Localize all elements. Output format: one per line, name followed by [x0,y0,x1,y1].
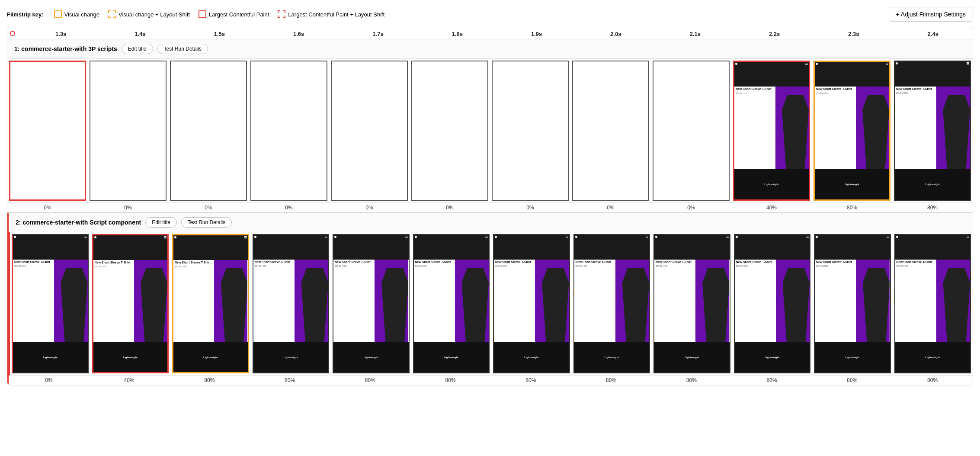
test-section-2: 2: commerce-starter-with Script componen… [7,213,973,385]
key-text-lcp: Largest Contentful Paint [209,11,269,18]
filmstrip-header: Filmstrip key: Visual change Visual chan… [7,7,973,22]
timeline-row: 1.3s1.4s1.5s1.6s1.7s1.8s1.9s2.0s2.1s2.2s… [7,27,973,39]
percent-cell: 0% [249,203,329,212]
test1-title: 1: commerce-starter-with 3P scripts [14,45,117,52]
percent-cell: 0% [88,203,168,212]
frame-cell: New Short Sleeve T-Shirt$25.99 USDLightw… [892,59,973,202]
frame-cell: New Short Sleeve T-Shirt$25.99 USDLightw… [411,232,492,376]
percent-cell: 0% [7,203,88,212]
filmstrip-key: Filmstrip key: Visual change Visual chan… [7,10,384,18]
frame-cell: New Short Sleeve T-Shirt$25.99 USDLightw… [731,59,812,202]
percent-cell: 0% [570,203,651,212]
percent-cell: 80% [571,376,651,385]
frame-cell [570,59,651,202]
percent-cell: 80% [170,376,250,385]
frame-cell: New Short Sleeve T-Shirt$25.99 USDLightw… [170,232,251,376]
frame-cell [7,59,88,202]
percent-cell: 80% [732,376,812,385]
percent-cell: 80% [651,376,732,385]
frame-cell [651,59,731,202]
frame-cell: New Short Sleeve T-Shirt$25.99 USDLightw… [251,232,331,376]
test-section-1: 1: commerce-starter-with 3P scripts Edit… [7,39,973,212]
key-box-red-dashed [278,10,285,18]
percent-cell: 0% [168,203,249,212]
adjust-filmstrip-button[interactable]: + Adjust Filmstrip Settings [889,7,973,22]
timeline-tick: 2.3s [814,31,893,37]
percent-cell: 80% [892,203,973,212]
test2-header: 2: commerce-starter-with Script componen… [9,213,973,232]
timeline-tick: 1.5s [180,31,259,37]
frame-cell: New Short Sleeve T-Shirt$25.99 USDLightw… [812,232,893,376]
percent-cell: 80% [491,376,571,385]
test1-frames-row: New Short Sleeve T-Shirt$25.99 USDLightw… [7,59,973,203]
percent-cell: 0% [410,203,490,212]
frame-cell [249,59,329,202]
key-item-lcp: Largest Contentful Paint [199,10,269,18]
key-text-visual-change-layout-shift: Visual change + Layout Shift [118,11,190,18]
percent-cell: 0% [490,203,570,212]
percent-cell: 80% [812,376,893,385]
frame-cell [410,59,490,202]
percent-cell: 40% [731,203,812,212]
timeline-tick: 1.6s [259,31,338,37]
frame-cell [88,59,168,202]
timeline-tick: 1.4s [100,31,179,37]
timeline-tick: 1.8s [418,31,497,37]
frame-cell: New Short Sleeve T-Shirt$25.99 USDLightw… [652,232,732,376]
percent-cell: 80% [250,376,330,385]
key-box-yellow-solid [54,10,62,18]
key-box-red-solid [199,10,206,18]
frame-cell: New Short Sleeve T-Shirt$25.99 USDLightw… [812,59,892,202]
timeline-tick: 2.1s [656,31,735,37]
frame-cell: New Short Sleeve T-Shirt$25.99 USDLightw… [491,232,572,376]
frame-cell [490,59,570,202]
frame-cell: New Short Sleeve T-Shirt$25.99 USDLightw… [893,232,973,376]
percent-cell: 80% [330,376,410,385]
percent-cell: 0% [9,376,89,385]
frame-cell: New Short Sleeve T-Shirt$25.99 USDLightw… [732,232,813,376]
percent-cell: 80% [812,203,892,212]
frame-cell: New Short Sleeve T-Shirt$25.99 USDLightw… [90,232,171,376]
timeline-ticks: 1.3s1.4s1.5s1.6s1.7s1.8s1.9s2.0s2.1s2.2s… [21,31,973,37]
frame-cell [329,59,410,202]
percent-cell: 80% [410,376,491,385]
key-text-lcp-layout-shift: Largest Contentful Paint + Layout Shift [288,11,384,18]
percent-cell: 40% [89,376,170,385]
key-item-lcp-layout-shift: Largest Contentful Paint + Layout Shift [278,10,384,18]
timeline-dot [10,31,15,36]
timeline-tick: 1.7s [338,31,417,37]
test2-title: 2: commerce-starter-with Script componen… [16,219,141,226]
timeline-tick: 1.3s [21,31,100,37]
test2-frames-row: New Short Sleeve T-Shirt$25.99 USDLightw… [9,232,973,376]
timeline-tick: 1.9s [497,31,576,37]
timeline-tick: 2.0s [576,31,655,37]
percent-cell: 0% [651,203,731,212]
key-item-visual-change: Visual change [54,10,99,18]
timeline-tick: 2.2s [735,31,814,37]
key-item-visual-change-layout-shift: Visual change + Layout Shift [108,10,190,18]
test1-edit-title-button[interactable]: Edit title [122,44,153,54]
test2-percents-row: 0%40%80%80%80%80%80%80%80%80%80%80% [9,376,973,385]
test2-test-run-button[interactable]: Test Run Details [181,217,232,228]
timeline-tick: 2.4s [894,31,973,37]
percent-cell: 0% [329,203,410,212]
test2-edit-title-button[interactable]: Edit title [145,217,177,228]
filmstrip-container: 1.3s1.4s1.5s1.6s1.7s1.8s1.9s2.0s2.1s2.2s… [7,27,973,385]
test1-header: 1: commerce-starter-with 3P scripts Edit… [7,39,973,59]
key-box-yellow-dashed [108,10,116,18]
frame-cell: New Short Sleeve T-Shirt$25.99 USDLightw… [331,232,411,376]
key-text-visual-change: Visual change [64,11,99,18]
key-label: Filmstrip key: [7,11,44,18]
test1-percents-row: 0%0%0%0%0%0%0%0%0%40%80%80% [7,203,973,212]
test1-test-run-button[interactable]: Test Run Details [157,44,208,54]
percent-cell: 80% [892,376,973,385]
frame-cell [168,59,249,202]
frame-cell: New Short Sleeve T-Shirt$25.99 USDLightw… [10,232,90,376]
frame-cell: New Short Sleeve T-Shirt$25.99 USDLightw… [572,232,652,376]
